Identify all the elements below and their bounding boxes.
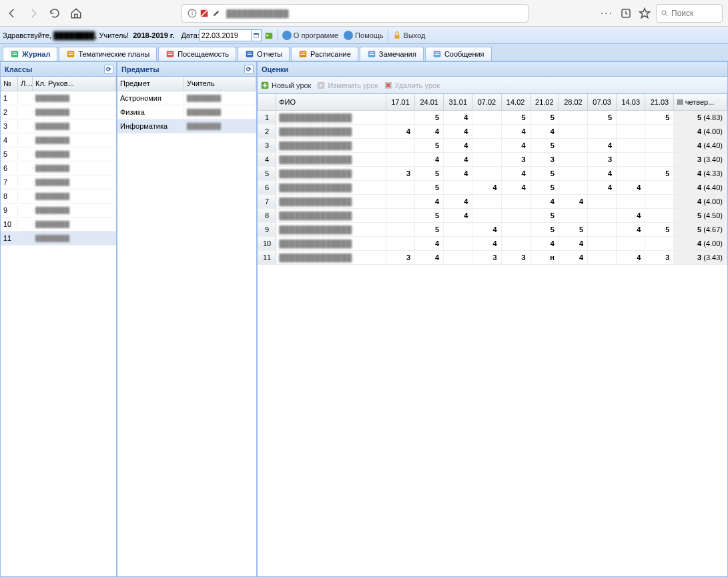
grade-cell[interactable] [617,138,645,152]
grade-row[interactable]: 1██████████████5455555 (4.83) [258,110,727,124]
grade-cell[interactable]: н [530,250,559,264]
exit-link[interactable]: Выход [392,31,426,40]
back-button[interactable] [5,7,19,20]
grade-cell[interactable]: 5 [415,208,444,222]
grade-cell[interactable] [559,138,587,152]
col-header-teach[interactable]: Учитель [184,77,256,91]
grade-cell[interactable] [588,208,617,222]
grade-cell[interactable] [617,110,645,124]
tab-Замечания[interactable]: Замечания [360,47,424,61]
grade-cell[interactable] [559,208,587,222]
grade-cell[interactable] [617,194,645,208]
more-icon[interactable]: ··· [601,7,613,19]
grade-cell[interactable] [617,236,645,250]
grade-cell[interactable] [617,166,645,180]
reload-button[interactable] [48,7,61,20]
address-bar[interactable]: ████████████ [181,4,528,23]
col-header-date[interactable]: 14.03 [617,94,645,110]
col-header-date[interactable]: 14.02 [501,94,530,110]
col-header-date[interactable]: 28.02 [559,94,587,110]
grade-cell[interactable]: 5 [530,138,559,152]
grade-cell[interactable] [559,110,587,124]
grade-row[interactable]: 11██████████████3433н4433 (3.43) [258,250,727,264]
class-row[interactable]: 10████████ [1,217,116,231]
edit-lesson-button[interactable]: Изменить урок [316,81,378,90]
date-picker-button[interactable] [251,29,262,41]
grade-cell[interactable] [444,236,472,250]
grade-cell[interactable] [386,194,414,208]
class-row[interactable]: 6████████ [1,161,116,175]
grade-cell[interactable] [588,236,617,250]
col-header-date[interactable]: 31.01 [444,94,472,110]
grade-cell[interactable]: 3 [501,250,530,264]
info-icon[interactable] [188,9,197,18]
col-header-date[interactable]: 21.03 [645,94,674,110]
today-button[interactable] [264,31,274,40]
grade-row[interactable]: 7██████████████44444 (4.00) [258,194,727,208]
grade-cell[interactable]: 4 [617,250,645,264]
grade-cell[interactable]: 4 [472,222,501,236]
grade-row[interactable]: 5██████████████35445454 (4.33) [258,166,727,180]
grade-cell[interactable]: 4 [472,236,501,250]
grade-row[interactable]: 4██████████████443333 (3.40) [258,152,727,166]
class-row[interactable]: 11████████ [1,231,116,245]
col-header-rownum[interactable] [258,94,276,110]
grade-cell[interactable] [645,152,674,166]
col-header-date[interactable]: 07.02 [472,94,501,110]
grade-cell[interactable] [588,222,617,236]
grade-cell[interactable] [386,138,414,152]
grade-cell[interactable]: 4 [501,124,530,138]
grade-cell[interactable] [645,194,674,208]
grade-cell[interactable] [472,166,501,180]
grade-cell[interactable] [617,124,645,138]
grade-cell[interactable]: 4 [472,180,501,194]
grade-cell[interactable]: 3 [588,152,617,166]
class-row[interactable]: 7████████ [1,175,116,189]
grade-cell[interactable]: 5 [530,222,559,236]
col-header-fio[interactable]: ФИО [276,94,386,110]
grade-cell[interactable]: 4 [588,180,617,194]
grade-cell[interactable]: 4 [415,124,444,138]
class-row[interactable]: 8████████ [1,189,116,203]
grade-cell[interactable] [617,152,645,166]
grade-cell[interactable]: 5 [501,110,530,124]
grade-cell[interactable]: 5 [530,110,559,124]
grade-cell[interactable] [645,208,674,222]
grade-cell[interactable]: 5 [530,208,559,222]
grade-cell[interactable]: 5 [415,138,444,152]
col-header-date[interactable]: 07.03 [588,94,617,110]
grade-cell[interactable]: 3 [386,250,414,264]
tab-Журнал[interactable]: Журнал [3,47,57,61]
home-button[interactable] [69,7,83,20]
grade-cell[interactable]: 4 [415,152,444,166]
col-header-ruk[interactable]: Кл. Руков... [33,77,116,91]
tab-Расписание[interactable]: Расписание [291,47,358,61]
browser-search[interactable] [656,4,723,23]
reader-icon[interactable] [620,7,632,19]
browser-search-input[interactable] [671,9,718,18]
grade-cell[interactable] [588,250,617,264]
col-header-subj[interactable]: Предмет [117,77,184,91]
class-row[interactable]: 1████████ [1,91,116,105]
grade-cell[interactable]: 5 [559,222,587,236]
grade-cell[interactable] [386,222,414,236]
grade-cell[interactable]: 4 [444,152,472,166]
grade-cell[interactable]: 4 [501,138,530,152]
grade-cell[interactable]: 5 [415,180,444,194]
grade-cell[interactable] [501,236,530,250]
grade-row[interactable]: 9██████████████5455455 (4.67) [258,222,727,236]
grade-cell[interactable]: 4 [559,250,587,264]
col-header-summary[interactable]: III четвер... [674,94,727,110]
grade-cell[interactable] [501,208,530,222]
grade-cell[interactable] [559,166,587,180]
grade-cell[interactable]: 4 [617,208,645,222]
grade-cell[interactable] [645,236,674,250]
forward-button[interactable] [27,7,40,20]
grade-row[interactable]: 8██████████████54545 (4.50) [258,208,727,222]
col-header-l[interactable]: Л... [18,77,33,91]
grade-cell[interactable] [444,180,472,194]
grade-cell[interactable] [444,222,472,236]
grade-cell[interactable]: 4 [501,166,530,180]
grade-cell[interactable]: 4 [588,138,617,152]
grade-cell[interactable] [588,194,617,208]
